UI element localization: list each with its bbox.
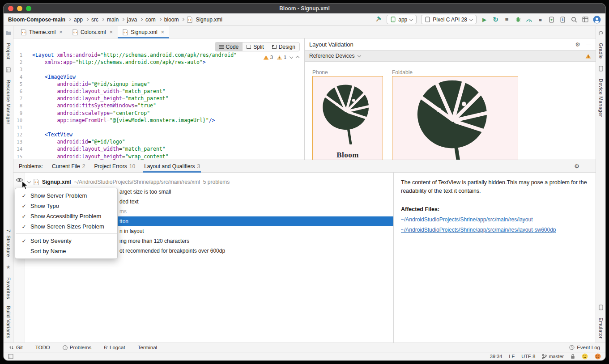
code-line[interactable]: 7 android:layout_height="match_parent" xyxy=(13,95,304,102)
view-mode-split[interactable]: Split xyxy=(243,42,268,51)
debug-icon[interactable] xyxy=(515,15,521,24)
close-icon[interactable]: × xyxy=(161,29,165,35)
code-line[interactable]: 11 xyxy=(13,124,304,131)
sidebar-item-build-variants[interactable]: Build Variants xyxy=(6,306,11,339)
caret-position[interactable]: 39:34 xyxy=(490,354,503,359)
hide-panel-icon[interactable]: — xyxy=(585,164,590,169)
tab-current-file[interactable]: Current File2 xyxy=(52,160,85,173)
view-mode-code[interactable]: Code xyxy=(215,42,243,51)
project-structure-icon[interactable] xyxy=(582,15,588,24)
emulator-icon[interactable] xyxy=(598,305,604,310)
device-select[interactable]: Pixel C API 28 xyxy=(421,15,477,24)
breadcrumb-item[interactable]: com xyxy=(145,17,156,23)
code-line[interactable]: 10 app:imageFromUrl="@{viewModel.monster… xyxy=(13,117,304,124)
breadcrumb-item[interactable]: Bloom-Compose-main xyxy=(8,17,65,23)
code-line[interactable]: 4 <ImageView xyxy=(13,73,304,80)
run-button[interactable]: ▶ xyxy=(481,15,488,24)
profiler-icon[interactable] xyxy=(526,15,532,24)
sdk-manager-icon[interactable] xyxy=(559,15,566,24)
project-folder-icon[interactable] xyxy=(5,30,12,36)
toolwindow-toggle-icon[interactable] xyxy=(8,354,13,359)
code-editor[interactable]: 1<Layout xmlns:android="http://schemas.a… xyxy=(13,38,304,160)
hide-panel-icon[interactable]: — xyxy=(586,42,591,47)
apply-code-changes-icon[interactable]: ≡ xyxy=(503,15,510,24)
menu-item-show-screen-sizes-problem[interactable]: ✓Show Screen Sizes Problem xyxy=(15,221,117,232)
code-line[interactable]: 8 android:fitsSystemWindows="true" xyxy=(13,102,304,109)
device-manager-icon[interactable] xyxy=(548,15,555,24)
search-icon[interactable] xyxy=(571,15,577,24)
close-window-button[interactable] xyxy=(8,6,13,11)
warning-badge[interactable]: 3 xyxy=(263,55,273,60)
happy-feedback-icon[interactable] xyxy=(582,353,588,360)
tab-project-errors[interactable]: Project Errors10 xyxy=(94,160,135,173)
code-line[interactable]: 12 <TextView xyxy=(13,131,304,138)
code-line[interactable]: 14 android:layout_width="match_parent" xyxy=(13,145,304,152)
view-mode-design[interactable]: Design xyxy=(268,42,299,51)
toolwindow-terminal[interactable]: Terminal xyxy=(138,345,157,350)
tab-colors-xml[interactable]: Colors.xml × xyxy=(68,26,118,38)
breadcrumb-item[interactable]: src xyxy=(91,17,98,23)
breadcrumb-file[interactable]: Signup.xml xyxy=(196,17,222,23)
breadcrumb-item[interactable]: java xyxy=(127,17,137,23)
sidebar-item-resource-manager[interactable]: Resource Manager xyxy=(6,80,11,124)
sidebar-item-emulator[interactable]: Emulator xyxy=(598,317,604,339)
breadcrumb-item[interactable]: app xyxy=(74,17,83,23)
tab-signup-xml[interactable]: Signup.xml × xyxy=(118,26,169,38)
lock-icon[interactable] xyxy=(571,354,575,359)
sidebar-item-structure[interactable]: 7: Structure xyxy=(6,229,11,257)
code-line[interactable]: 2 xmlns:app="http://schemas.android.com/… xyxy=(13,59,304,66)
gear-icon[interactable]: ⚙ xyxy=(575,41,580,48)
problems-file-group[interactable]: Signup.xml ~/AndroidStudioProjects/Shrin… xyxy=(28,177,230,187)
run-configuration-select[interactable]: app xyxy=(387,15,417,24)
code-line[interactable]: 13 android:id="@+id/logo" xyxy=(13,138,304,145)
affected-file-link[interactable]: ~/AndroidStudioProjects/Shrine/app/src/m… xyxy=(401,216,600,223)
code-line[interactable]: 6 android:layout_width="match_parent" xyxy=(13,88,304,95)
toolwindow-problems[interactable]: Problems xyxy=(63,345,92,350)
menu-item-show-typo[interactable]: ✓Show Typo xyxy=(15,201,117,211)
sidebar-item-gradle[interactable]: Gradle xyxy=(598,43,604,59)
menu-item-sort-by-severity[interactable]: ✓Sort by Severity xyxy=(15,236,117,246)
close-icon[interactable]: × xyxy=(59,29,63,35)
device-manager-strip-icon[interactable] xyxy=(598,66,604,72)
toolwindow-logcat[interactable]: 6: Logcat xyxy=(104,345,125,350)
previous-warning-icon[interactable] xyxy=(296,56,299,59)
code-line[interactable]: 9 android:scaleType="centerCrop" xyxy=(13,110,304,117)
sidebar-item-favorites[interactable]: Favorites xyxy=(6,277,11,299)
sidebar-item-device-manager[interactable]: Device Manager xyxy=(598,79,604,117)
tab-theme-xml[interactable]: Theme.xml × xyxy=(16,26,68,38)
event-log[interactable]: Event Log xyxy=(569,345,600,350)
tab-layout-and-qualifiers[interactable]: Layout and Qualifiers3 xyxy=(144,160,200,173)
toolwindow-git[interactable]: Git xyxy=(9,345,23,350)
code-line[interactable]: 1<Layout xmlns:android="http://schemas.a… xyxy=(13,51,304,59)
menu-item-show-accessibility-problem[interactable]: ✓Show Accessibility Problem xyxy=(15,211,117,221)
code-line[interactable]: 15 android:layout_height="wrap_content" xyxy=(13,153,304,160)
sad-feedback-icon[interactable] xyxy=(595,353,601,360)
reference-devices-header[interactable]: Reference Devices xyxy=(305,50,596,62)
line-separator[interactable]: LF xyxy=(509,354,515,359)
code-line[interactable]: 5 android:id="@+id/signup_image" xyxy=(13,80,304,88)
avatar[interactable] xyxy=(593,15,601,24)
resource-manager-icon[interactable] xyxy=(5,67,12,72)
next-warning-icon[interactable] xyxy=(290,55,293,59)
apply-changes-icon[interactable]: ↻ xyxy=(492,15,499,24)
breadcrumb-item[interactable]: bloom xyxy=(164,17,179,23)
minimize-window-button[interactable] xyxy=(17,6,22,11)
close-icon[interactable]: × xyxy=(110,29,113,35)
git-branch[interactable]: master xyxy=(542,354,564,360)
toolwindow-todo[interactable]: TODO xyxy=(35,345,50,350)
affected-file-link[interactable]: ~/AndroidStudioProjects/Shrine/app/src/m… xyxy=(401,227,600,233)
stop-button[interactable]: ■ xyxy=(537,15,544,24)
zoom-window-button[interactable] xyxy=(26,6,31,11)
sidebar-item-project[interactable]: Project xyxy=(6,43,11,59)
warning-badge[interactable]: 1 xyxy=(277,55,286,60)
build-hammer-icon[interactable] xyxy=(375,15,382,24)
code-line[interactable]: 3 xyxy=(13,66,304,73)
gradle-icon[interactable] xyxy=(598,30,604,36)
encoding[interactable]: UTF-8 xyxy=(521,354,535,359)
foldable-preview[interactable] xyxy=(392,76,518,160)
gear-icon[interactable]: ⚙ xyxy=(574,163,579,169)
menu-item-show-server-problem[interactable]: ✓Show Server Problem xyxy=(15,190,117,201)
phone-preview[interactable]: Bloom xyxy=(312,76,383,160)
menu-item-sort-by-name[interactable]: Sort by Name xyxy=(15,246,117,256)
breadcrumb-item[interactable]: main xyxy=(107,17,119,23)
